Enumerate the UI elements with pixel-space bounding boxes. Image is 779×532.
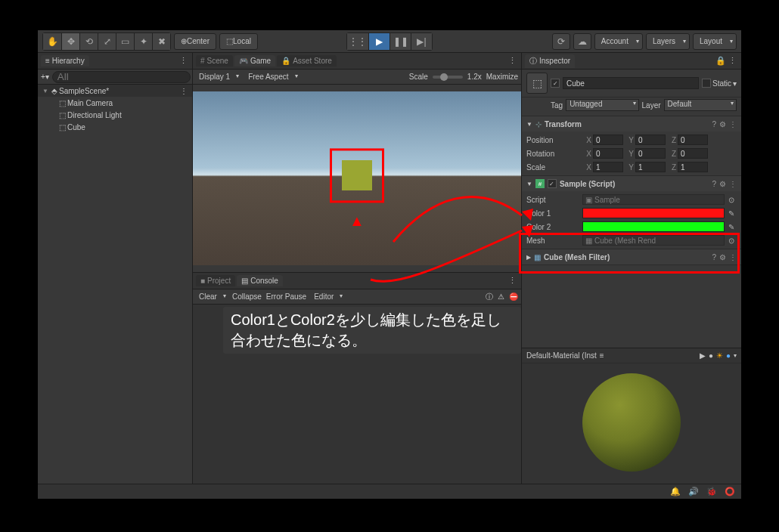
snap-icon[interactable]: ⋮⋮ [347,33,368,50]
sphere-preview-icon[interactable]: ● [709,351,713,360]
object-picker-icon[interactable]: ⊙ [726,237,737,245]
gameobject-icon: ⬚ [59,111,66,119]
scl-z-input[interactable] [678,162,708,172]
play-button[interactable]: ▶ [368,33,390,50]
menu-icon[interactable]: ⋮ [729,180,737,188]
step-button[interactable]: ▶| [411,33,432,50]
pos-x-input[interactable] [593,135,623,145]
lock-icon[interactable]: 🔒 ⋮ [711,56,741,66]
static-checkbox[interactable] [702,79,711,88]
hierarchy-item[interactable]: ⬚ Directional Light [38,109,192,121]
rot-y-input[interactable] [635,148,666,159]
display-dropdown[interactable]: Display 1 [196,73,241,81]
sample-header[interactable]: ▼ # ✓ Sample (Script) ?⚙⋮ [522,176,741,191]
preset-icon[interactable]: ⚙ [719,253,726,261]
scl-x-input[interactable] [593,162,623,172]
rotate-tool-icon[interactable]: ⟲ [79,33,98,50]
project-tab[interactable]: ■Project [196,275,235,286]
rect-tool-icon[interactable]: ▭ [116,33,134,50]
object-picker-icon[interactable]: ⊙ [726,196,737,204]
drag-handle-icon[interactable]: ≡ [600,351,604,360]
play-preview-icon[interactable]: ▶ [700,351,706,360]
account-dropdown[interactable]: Account [594,33,643,50]
collapse-toggle[interactable]: Collapse [232,292,262,301]
preset-icon[interactable]: ⚙ [719,180,726,188]
scene-tab[interactable]: #Scene [196,55,233,66]
scene-menu-icon[interactable]: ⋮ [180,87,192,95]
light-preview-icon[interactable]: ☀ [716,351,723,360]
scene-row[interactable]: ▼⬘ SampleScene*⋮ [38,85,192,97]
active-checkbox[interactable]: ✓ [551,79,560,88]
scale-slider[interactable] [433,76,463,79]
collab-icon[interactable]: ⟳ [552,33,570,50]
status-debug-icon[interactable]: 🐞 [706,487,717,496]
hierarchy-icon: ≡ [45,57,50,65]
panel-menu-icon[interactable]: ⋮ [175,56,192,66]
pos-z-input[interactable] [678,135,708,145]
component-enabled-checkbox[interactable]: ✓ [548,179,557,188]
mesh-field[interactable]: ▦Cube (Mesh Rend [582,235,725,246]
layers-dropdown[interactable]: Layers [646,33,690,50]
object-icon[interactable]: ⬚ [526,73,548,94]
hierarchy-item[interactable]: ⬚ Main Camera [38,97,192,109]
mesh-filter-header[interactable]: ▶ ▦ Cube (Mesh Filter) ?⚙⋮ [522,249,741,264]
console-tab[interactable]: ▤Console [237,275,283,286]
error-pause-toggle[interactable]: Error Pause [266,292,306,301]
hierarchy-item[interactable]: ⬚ Cube [38,121,192,133]
create-dropdown[interactable]: +▾ [41,73,49,81]
rot-z-input[interactable] [678,148,708,159]
pos-y-input[interactable] [635,135,666,145]
scale-tool-icon[interactable]: ⤢ [98,33,116,50]
help-icon[interactable]: ? [712,120,716,128]
rotation-label: Rotation [526,150,581,158]
viewport-tabs: #Scene 🎮Game 🔒Asset Store ⋮ [193,53,521,70]
transform-header[interactable]: ▼ ⊹ Transform ?⚙⋮ [522,116,741,131]
status-audio-icon[interactable]: 🔊 [688,487,699,496]
hand-tool-icon[interactable]: ✋ [43,33,61,50]
aspect-dropdown[interactable]: Free Aspect [245,73,299,81]
main-toolbar: ✋ ✥ ⟲ ⤢ ▭ ✦ ✖ ⊕ Center ⬚ Local ⋮⋮ ▶ ❚❚ ▶… [38,30,741,53]
color2-swatch[interactable] [582,221,725,232]
panel-menu-icon[interactable]: ⋮ [504,276,521,286]
menu-icon[interactable]: ⋮ [729,253,737,261]
layer-label: Layer [642,101,661,110]
panel-menu-icon[interactable]: ⋮ [504,56,521,66]
scl-y-input[interactable] [635,162,666,172]
help-icon[interactable]: ? [712,253,716,261]
inspector-tab[interactable]: ⓘInspector [525,54,575,68]
move-tool-icon[interactable]: ✥ [61,33,79,50]
preset-icon[interactable]: ⚙ [719,120,726,128]
info-filter-icon[interactable]: ⓘ [486,292,493,302]
help-icon[interactable]: ? [712,180,716,188]
status-record-icon[interactable]: ⭕ [725,487,735,496]
console-body: Color1とColor2を少し編集した色を足し合わせた色になる。 [193,305,521,484]
eyedropper-icon[interactable]: ✎ [726,209,737,218]
clear-dropdown[interactable]: Clear [196,292,228,301]
rot-x-input[interactable] [593,148,623,159]
layout-dropdown[interactable]: Layout [693,33,737,50]
error-filter-icon[interactable]: ⛔ [509,292,518,301]
hierarchy-tab[interactable]: ≡Hierarchy [41,55,89,66]
tag-dropdown[interactable]: Untagged [566,99,638,111]
layer-dropdown[interactable]: Default [664,99,737,111]
game-tab[interactable]: 🎮Game [234,55,275,66]
warn-filter-icon[interactable]: ⚠ [498,292,504,301]
console-icon: ▤ [241,277,248,285]
hierarchy-search-input[interactable] [52,71,191,83]
editor-dropdown[interactable]: Editor [311,292,344,301]
asset-store-tab[interactable]: 🔒Asset Store [277,55,337,66]
sky-preview-icon[interactable]: ● [726,351,731,360]
maximize-toggle[interactable]: Maximize [486,73,518,81]
pivot-toggle[interactable]: ⊕ Center [174,33,216,50]
eyedropper-icon[interactable]: ✎ [726,223,737,231]
space-toggle[interactable]: ⬚ Local [219,33,258,50]
status-notification-icon[interactable]: 🔔 [670,487,681,496]
color1-label: Color 1 [526,209,581,218]
pause-button[interactable]: ❚❚ [390,33,411,50]
menu-icon[interactable]: ⋮ [729,120,737,128]
cloud-icon[interactable]: ☁ [573,33,591,50]
color1-swatch[interactable] [582,208,725,218]
custom-tool-icon[interactable]: ✖ [152,33,170,50]
multi-tool-icon[interactable]: ✦ [134,33,152,50]
object-name-input[interactable] [563,77,699,89]
